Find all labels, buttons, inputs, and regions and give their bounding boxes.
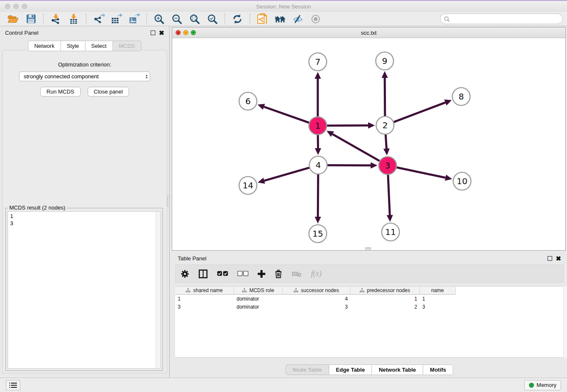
tab-motifs[interactable]: Motifs — [423, 364, 453, 375]
graph-edge-4-15[interactable] — [315, 174, 321, 224]
search-field[interactable] — [440, 14, 563, 24]
status-bar: Memory — [0, 378, 567, 392]
toggle-columns-icon[interactable] — [198, 269, 208, 279]
network-window-title: scc.txt — [172, 30, 565, 36]
select-all-checkboxes-icon[interactable] — [217, 271, 228, 276]
graph-edge-2-8[interactable] — [394, 99, 452, 122]
tab-edge-table[interactable]: Edge Table — [329, 364, 372, 375]
splitter-grip-horizontal[interactable] — [365, 247, 371, 250]
column-header-successor-nodes[interactable]: successor nodes — [283, 287, 350, 295]
graph-node-9[interactable]: 9 — [376, 52, 394, 70]
network-canvas[interactable]: 7968124314101511 — [172, 38, 565, 250]
export-table-icon[interactable] — [110, 13, 123, 25]
table-tabs: Node Table Edge Table Network Table Moti… — [172, 364, 567, 375]
delete-column-trash-icon[interactable] — [275, 270, 282, 278]
graph-edge-4-14[interactable] — [258, 168, 310, 184]
zoom-fit-icon[interactable] — [188, 13, 201, 25]
mcds-result-textarea[interactable]: 1 3 — [8, 211, 161, 369]
column-header-mcds-role[interactable]: MCDS role — [234, 287, 283, 295]
mcds-result-fieldset: MCDS result (2 nodes) 1 3 — [6, 208, 163, 371]
graph-edge-3-1[interactable] — [327, 131, 380, 161]
graph-node-8[interactable]: 8 — [452, 88, 470, 105]
svg-text:7: 7 — [315, 57, 321, 67]
zoom-selected-icon[interactable] — [206, 13, 219, 25]
task-history-button[interactable] — [6, 380, 20, 390]
export-network-icon[interactable] — [92, 13, 105, 25]
tab-style[interactable]: Style — [61, 41, 85, 51]
graph-node-4[interactable]: 4 — [309, 156, 327, 174]
graph-edge-2-3[interactable] — [383, 134, 390, 155]
import-table-icon[interactable] — [67, 13, 80, 25]
close-panel-icon[interactable]: ✖ — [159, 30, 164, 35]
graph-edge-1-2[interactable] — [327, 122, 375, 129]
import-network-icon[interactable] — [50, 13, 62, 25]
graph-edge-1-7[interactable] — [315, 72, 321, 117]
svg-text:2: 2 — [383, 120, 388, 130]
result-scrollbar[interactable] — [156, 212, 160, 368]
search-input[interactable] — [452, 16, 559, 22]
refresh-icon[interactable] — [231, 13, 244, 25]
column-type-icon — [360, 288, 364, 293]
tab-node-table[interactable]: Node Table — [286, 364, 329, 375]
graph-edge-3-10[interactable] — [396, 167, 452, 181]
table-scrollbar[interactable] — [563, 286, 567, 358]
close-panel-button[interactable]: Close panel — [88, 87, 129, 97]
cell-predecessor-nodes: 2 — [350, 304, 420, 311]
node-table[interactable]: shared name MCDS role successor nodes pr… — [175, 286, 564, 358]
tab-select[interactable]: Select — [85, 41, 113, 51]
table-settings-gear-icon[interactable] — [181, 270, 189, 278]
table-row[interactable]: 3 dominator 3 2 3 — [175, 304, 564, 311]
tab-network[interactable]: Network — [28, 41, 61, 51]
graph-node-11[interactable]: 11 — [382, 223, 399, 241]
memory-label: Memory — [537, 382, 556, 388]
graph-edge-1-6[interactable] — [258, 104, 310, 123]
zoom-in-icon[interactable] — [153, 13, 165, 25]
close-table-panel-icon[interactable]: ✖ — [556, 256, 561, 261]
hide-panel-eye-icon[interactable] — [292, 13, 304, 25]
float-table-panel-icon[interactable] — [548, 256, 552, 261]
splitter-grip[interactable] — [167, 196, 170, 207]
open-folder-icon[interactable] — [7, 13, 19, 25]
table-row[interactable]: 1 dominator 4 1 1 — [175, 296, 564, 303]
graph-node-2[interactable]: 2 — [376, 116, 394, 134]
save-icon[interactable] — [25, 13, 37, 25]
control-panel-title: Control Panel — [5, 30, 39, 36]
svg-text:4: 4 — [316, 160, 321, 170]
dropdown-chevrons-icon: ▲▼ — [145, 74, 148, 79]
run-mcds-button[interactable]: Run MCDS — [40, 87, 81, 97]
graph-edge-3-11[interactable] — [387, 174, 393, 222]
export-image-icon[interactable] — [128, 13, 140, 25]
tab-network-table[interactable]: Network Table — [372, 364, 423, 375]
cell-mcds-role: dominator — [234, 304, 283, 311]
memory-button[interactable]: Memory — [524, 380, 561, 390]
graph-edge-4-3[interactable] — [327, 162, 377, 168]
deselect-all-checkboxes-icon[interactable] — [237, 271, 248, 276]
column-header-shared-name[interactable]: shared name — [175, 287, 234, 295]
graph-node-6[interactable]: 6 — [239, 92, 257, 110]
float-panel-icon[interactable] — [151, 30, 155, 35]
graph-node-10[interactable]: 10 — [453, 172, 471, 190]
zoom-out-icon[interactable] — [171, 13, 183, 25]
column-header-predecessor-nodes[interactable]: predecessor nodes — [350, 287, 420, 295]
graph-node-14[interactable]: 14 — [239, 177, 257, 194]
tab-mcds[interactable]: MCDS — [113, 41, 141, 51]
control-panel-header: Control Panel ✖ — [0, 26, 169, 39]
cell-successor-nodes: 4 — [283, 296, 350, 303]
graph-node-3[interactable]: 3 — [379, 157, 396, 174]
column-type-icon — [294, 288, 298, 293]
toolbar-separator — [225, 14, 225, 25]
graph-edge-1-4[interactable] — [315, 135, 321, 155]
graph-node-15[interactable]: 15 — [309, 225, 327, 243]
graph-edge-2-9[interactable] — [382, 71, 388, 116]
cell-name: 1 — [420, 296, 456, 303]
home-icon[interactable] — [274, 13, 286, 25]
graph-node-1[interactable]: 1 — [309, 117, 327, 135]
graph-node-7[interactable]: 7 — [309, 53, 327, 71]
add-column-icon[interactable] — [258, 270, 265, 278]
table-toolbar: f(x) — [175, 265, 564, 283]
new-network-view-icon[interactable] — [256, 13, 269, 25]
column-header-name[interactable]: name — [420, 287, 456, 295]
svg-text:15: 15 — [312, 229, 323, 239]
toolbar-separator — [146, 14, 147, 25]
criterion-dropdown[interactable]: strongly connected component ▲▼ — [19, 72, 150, 81]
